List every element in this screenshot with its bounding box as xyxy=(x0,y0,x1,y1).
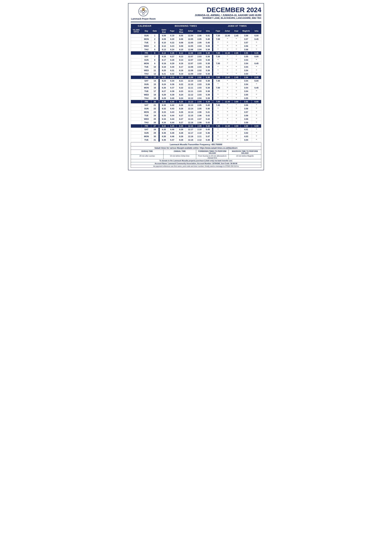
table-cell: 12.15 xyxy=(186,117,195,121)
table-cell: 6.28 xyxy=(168,58,176,62)
table-cell: 11 xyxy=(151,69,158,72)
table-cell: 6.42 xyxy=(168,104,176,107)
table-cell: 2.05 xyxy=(195,104,203,107)
table-cell: 6.45 xyxy=(252,37,261,41)
table-cell: 6.32 xyxy=(160,107,168,111)
prayer-times-table: CALENDAR BEGINNING TIMES JAMA'AT TIMES *… xyxy=(131,24,261,142)
table-cell: 9 xyxy=(151,62,158,65)
table-cell: 5.39 xyxy=(203,97,212,100)
col-day-header: Day xyxy=(142,28,151,34)
table-cell: 8.26 xyxy=(176,111,186,114)
table-cell: " xyxy=(223,55,232,58)
separator-cell xyxy=(158,138,160,142)
table-cell: 6.12 xyxy=(160,44,168,48)
table-cell: 7.00 xyxy=(213,86,223,90)
table-cell: WED xyxy=(142,117,151,121)
table-cell: 5.39 xyxy=(203,48,212,51)
month-year: DECEMBER 2024 xyxy=(159,7,261,13)
table-cell xyxy=(131,121,142,124)
table-cell: " xyxy=(232,131,241,135)
table-cell: 3.54 xyxy=(241,58,252,62)
table-cell: 21 xyxy=(151,104,158,107)
table-cell: 2.03 xyxy=(195,58,203,62)
table-row: TUE316.366.478.2812.182.125.48"""4.04" xyxy=(131,138,261,142)
table-cell: 5.40 xyxy=(203,41,212,44)
table-cell: " xyxy=(252,114,261,117)
forbidden-desc: From Sunrise to 20 min afterwards & Zawa… xyxy=(196,155,229,159)
table-cell: 18 xyxy=(151,93,158,97)
table-cell: 5.38 xyxy=(203,62,212,65)
table-cell: " xyxy=(232,58,241,62)
table-cell: 3.56 xyxy=(241,104,252,107)
table-cell: 2.02 xyxy=(195,76,203,79)
table-cell: THU xyxy=(142,48,151,51)
separator-cell xyxy=(158,76,160,79)
table-row: SAT286.356.468.2812.172.105.45"""4.01" xyxy=(131,128,261,131)
table-cell: " xyxy=(213,97,223,100)
table-cell: " xyxy=(252,117,261,121)
separator-cell xyxy=(212,58,213,62)
table-cell: 3.58 xyxy=(241,117,252,121)
table-cell: " xyxy=(232,107,241,111)
table-cell: 2.04 xyxy=(195,44,203,48)
table-cell: " xyxy=(232,62,241,65)
separator-cell xyxy=(158,58,160,62)
separator-cell xyxy=(212,44,213,48)
table-cell: SUN xyxy=(142,34,151,37)
table-cell: " xyxy=(232,128,241,131)
table-row: MON306.366.468.2812.182.115.47"""4.03" xyxy=(131,135,261,138)
table-cell: 27 xyxy=(151,124,158,128)
table-cell: " xyxy=(232,93,241,97)
separator-cell xyxy=(212,37,213,41)
table-cell: 5.40 xyxy=(203,107,212,111)
col-zohar-header: Zohar xyxy=(186,28,195,34)
separator-cell xyxy=(158,100,160,104)
table-cell: TUE xyxy=(142,65,151,69)
table-cell: 6.31 xyxy=(168,69,176,72)
table-cell: 5.40 xyxy=(203,37,212,41)
table-cell: 12.07 xyxy=(186,55,195,58)
footer-times-desc: 20 min after sunrise 10 min before Zohar… xyxy=(131,155,261,159)
logo-area: 🕌 Lammack Prayer Room xyxy=(131,6,156,20)
separator-cell xyxy=(158,131,160,135)
separator-cell xyxy=(158,34,160,37)
table-cell: 5.38 xyxy=(203,83,212,86)
table-cell: 2.07 xyxy=(195,117,203,121)
table-cell: 19 xyxy=(151,97,158,100)
table-cell: 2 xyxy=(151,37,158,41)
separator-cell xyxy=(158,72,160,76)
table-cell: 2.03 xyxy=(195,90,203,93)
table-cell: " xyxy=(232,72,241,76)
table-cell: 22 xyxy=(151,107,158,111)
table-cell: 12.12 xyxy=(186,97,195,100)
table-cell: 10 xyxy=(151,65,158,69)
table-row: FRI206.306.408.2512.132.045.397.0012.403… xyxy=(131,100,261,104)
table-cell: " xyxy=(213,90,223,93)
separator-cell xyxy=(212,104,213,107)
table-cell: " xyxy=(232,114,241,117)
table-cell: MON xyxy=(142,135,151,138)
table-cell: " xyxy=(232,44,241,48)
table-cell: 6.20 xyxy=(168,37,176,41)
ishraq-label: ISHRAQ TIME xyxy=(131,150,163,154)
table-cell: 12.08 xyxy=(186,65,195,69)
table-cell: " xyxy=(213,131,223,135)
separator-cell xyxy=(158,124,160,128)
table-cell: " xyxy=(232,97,241,100)
separator-cell xyxy=(212,100,213,104)
table-cell: 7.00 xyxy=(213,51,223,55)
table-cell: 6.33 xyxy=(168,76,176,79)
table-cell: 4 xyxy=(151,44,158,48)
table-row: SAT76.166.278.1312.072.035.387.30""3.556… xyxy=(131,55,261,58)
sep1 xyxy=(158,24,160,28)
col-sun-header: SunRise xyxy=(176,28,186,34)
table-cell: " xyxy=(252,128,261,131)
table-cell: 5.44 xyxy=(203,124,212,128)
col-sehri-header: SehriEnd xyxy=(160,28,168,34)
table-cell: " xyxy=(223,62,232,65)
table-cell: 12.05 xyxy=(186,41,195,44)
table-cell xyxy=(131,79,142,83)
separator-cell xyxy=(212,86,213,90)
footer-salaah-online: Salaah times for various Masajid availab… xyxy=(131,146,261,150)
table-cell: 5 xyxy=(151,48,158,51)
